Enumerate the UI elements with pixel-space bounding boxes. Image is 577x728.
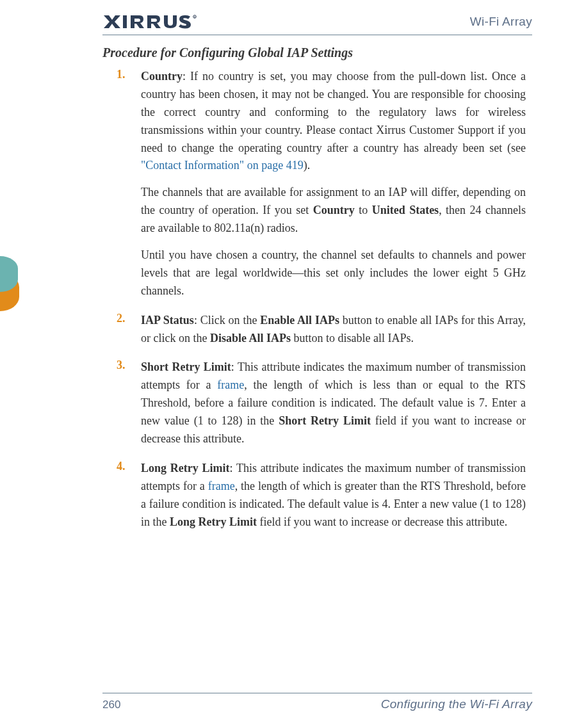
bold: Disable All IAPs — [210, 332, 291, 344]
paragraph: Long Retry Limit: This attribute indicat… — [141, 460, 526, 531]
item-number: 4. — [117, 460, 126, 473]
svg-marker-0 — [104, 15, 120, 28]
bold: Long Retry Limit — [170, 515, 257, 528]
text: ). — [304, 159, 311, 172]
section-title: Procedure for Configuring Global IAP Set… — [102, 45, 539, 60]
header-product: Wi-Fi Array — [470, 15, 532, 29]
paragraph: Until you have chosen a country, the cha… — [141, 247, 526, 300]
term: Short Retry Limit — [141, 360, 231, 373]
logo: R — [102, 13, 199, 31]
paragraph: IAP Status: Click on the Enable All IAPs… — [141, 312, 526, 348]
text: Until you have chosen a country, the cha… — [141, 248, 526, 297]
paragraph: Country: If no country is set, you may c… — [141, 68, 526, 175]
xirrus-logo-icon: R — [102, 13, 199, 31]
term: Country — [141, 70, 183, 83]
paragraph: The channels that are available for assi… — [141, 184, 526, 238]
page-footer: 260 Configuring the Wi-Fi Array — [102, 693, 532, 711]
text: to — [355, 204, 372, 216]
text: : If no country is set, you may choose f… — [141, 70, 526, 154]
bold: Enable All IAPs — [260, 314, 339, 327]
list-item: 2. IAP Status: Click on the Enable All I… — [141, 312, 526, 348]
paragraph: Short Retry Limit: This attribute indica… — [141, 359, 526, 448]
svg-rect-1 — [123, 15, 127, 28]
page-number: 260 — [102, 699, 120, 711]
text: field if you want to increase or decreas… — [257, 515, 507, 528]
glossary-link[interactable]: frame — [217, 378, 244, 391]
bold: Short Retry Limit — [279, 414, 371, 427]
bold: Country — [313, 204, 355, 216]
bold: United States — [372, 204, 439, 216]
text: button to disable all IAPs. — [291, 332, 414, 344]
list-item: 3. Short Retry Limit: This attribute ind… — [141, 359, 526, 448]
list-item: 1. Country: If no country is set, you ma… — [141, 68, 526, 300]
list-item: 4. Long Retry Limit: This attribute indi… — [141, 460, 526, 531]
item-number: 2. — [117, 312, 126, 325]
item-number: 3. — [117, 359, 126, 372]
crossref-link[interactable]: "Contact Information" on page 419 — [141, 159, 304, 172]
page-header: R Wi-Fi Array — [102, 13, 532, 35]
page: R Wi-Fi Array Procedure for Configuring … — [0, 0, 577, 728]
footer-section: Configuring the Wi-Fi Array — [381, 697, 532, 711]
glossary-link[interactable]: frame — [208, 480, 235, 492]
term: Long Retry Limit — [141, 462, 229, 474]
text: : Click on the — [194, 314, 260, 327]
item-number: 1. — [117, 68, 126, 81]
term: IAP Status — [141, 314, 194, 327]
content: 1. Country: If no country is set, you ma… — [141, 68, 526, 531]
svg-text:R: R — [194, 15, 196, 19]
